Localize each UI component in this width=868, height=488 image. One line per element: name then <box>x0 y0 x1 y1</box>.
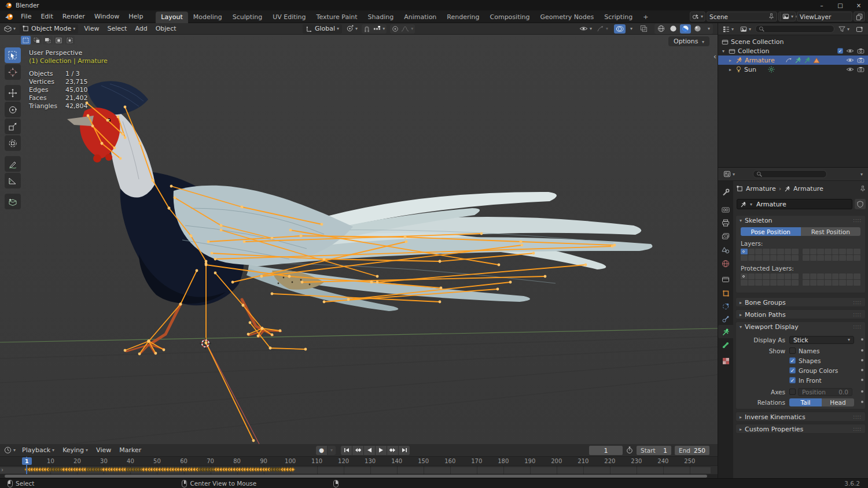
protected-layer-cell[interactable] <box>817 280 824 286</box>
shading-wireframe-button[interactable] <box>656 24 667 34</box>
jump-to-end-button[interactable] <box>399 446 410 455</box>
workspace-tab-compositing[interactable]: Compositing <box>485 12 535 23</box>
protected-layer-cell[interactable] <box>777 273 784 279</box>
protected-layer-cell[interactable] <box>755 280 762 286</box>
snap-magnet-icon[interactable] <box>363 25 370 32</box>
play-button[interactable] <box>376 446 387 455</box>
relations-tail-button[interactable]: Tail <box>789 398 822 406</box>
shading-rendered-button[interactable] <box>692 24 703 34</box>
gizmos-button[interactable]: ▾ <box>595 24 610 34</box>
ruler-label[interactable]: 210 <box>578 458 589 464</box>
breadcrumb-object[interactable]: Armature <box>746 185 776 193</box>
menu-edit[interactable]: Edit <box>36 10 57 23</box>
timeline-channels[interactable] <box>0 466 718 474</box>
mode-selector[interactable]: Object Mode ▾ <box>20 24 78 34</box>
scene-canvas[interactable] <box>0 35 718 444</box>
animate-dot[interactable] <box>861 390 863 393</box>
pin-icon[interactable] <box>768 13 774 20</box>
drag-grip-icon[interactable]: :::: <box>853 300 862 305</box>
motion-paths-section[interactable]: ▸Motion Paths:::: <box>735 309 866 319</box>
panel-divider[interactable] <box>718 23 718 478</box>
layers-layer-cell[interactable] <box>832 255 839 261</box>
layers-layer-cell[interactable] <box>810 249 817 254</box>
add-cube-tool[interactable] <box>5 194 21 209</box>
layers-layer-cell[interactable] <box>854 249 860 254</box>
protected-layer-cell[interactable] <box>825 273 832 279</box>
protected-layer-cell[interactable] <box>763 273 770 279</box>
workspace-tab-geometry-nodes[interactable]: Geometry Nodes <box>535 12 599 23</box>
menu-file[interactable]: File <box>16 10 36 23</box>
scene-type-button[interactable]: ▾ <box>690 12 705 21</box>
viewport-display-header[interactable]: ▾ Viewport Display :::: <box>736 322 865 332</box>
custom-properties-section[interactable]: ▸Custom Properties:::: <box>735 424 866 434</box>
fake-user-shield-button[interactable] <box>855 199 866 209</box>
layers-layer-cell[interactable] <box>847 255 854 261</box>
falloff-curve-icon[interactable] <box>401 25 409 32</box>
animate-dot[interactable] <box>861 338 863 341</box>
outliner-row-scene-collection[interactable]: Scene Collection <box>718 37 868 46</box>
protected-layer-cell[interactable] <box>832 273 839 279</box>
animate-dot[interactable] <box>861 379 863 381</box>
ruler-label[interactable]: 200 <box>551 458 562 464</box>
layers-layer-cell[interactable] <box>854 255 860 261</box>
properties-tab-armature-data[interactable] <box>718 325 733 338</box>
workspace-tab-sculpting[interactable]: Sculpting <box>227 12 267 23</box>
ruler-label[interactable]: 50 <box>153 458 161 464</box>
relations-head-button[interactable]: Head <box>822 398 854 406</box>
ruler-label[interactable]: 150 <box>418 458 429 464</box>
layers-layer-cell[interactable] <box>755 255 762 261</box>
scale-tool[interactable] <box>5 119 21 134</box>
ruler-label[interactable]: 70 <box>207 458 214 464</box>
layers-layer-cell[interactable] <box>741 249 748 254</box>
ruler-label[interactable]: 100 <box>285 458 296 464</box>
protected-layer-cell[interactable] <box>755 273 762 279</box>
annotate-tool[interactable] <box>5 156 21 172</box>
ruler-label[interactable]: 140 <box>391 458 402 464</box>
shading-solid-button[interactable] <box>668 24 679 34</box>
timeline-menu-view[interactable]: View <box>92 446 115 454</box>
eye-icon[interactable] <box>846 48 854 54</box>
overlays-button[interactable] <box>614 24 626 34</box>
properties-tab-render[interactable] <box>718 203 733 216</box>
proportional-editing-icon[interactable] <box>392 25 399 32</box>
viewport-menu-view[interactable]: View <box>80 25 103 32</box>
protected-layer-cell[interactable] <box>777 280 784 286</box>
jump-to-start-button[interactable] <box>341 446 352 455</box>
properties-search-input[interactable] <box>753 170 827 178</box>
ruler-label[interactable]: 170 <box>471 458 482 464</box>
viewlayer-type-button[interactable]: ▾ <box>780 12 796 21</box>
layers-layer-cell[interactable] <box>748 255 755 261</box>
protected-layer-cell[interactable] <box>741 280 748 286</box>
protected-layer-cell[interactable] <box>741 273 748 279</box>
ruler-label[interactable]: 230 <box>631 458 642 464</box>
outliner-search-input[interactable] <box>755 25 834 33</box>
viewport-3d[interactable]: User Perspective (1) Collection | Armatu… <box>0 35 718 444</box>
new-viewlayer-button[interactable] <box>854 12 865 21</box>
shapes-checkbox[interactable]: ✓ <box>789 357 796 364</box>
ruler-label[interactable]: 160 <box>444 458 455 464</box>
select-mode-invert-button[interactable] <box>54 36 64 45</box>
properties-tab-viewlayer[interactable] <box>718 230 733 243</box>
protected-layer-cell[interactable] <box>785 273 792 279</box>
workspace-tab-uv-editing[interactable]: UV Editing <box>267 12 311 23</box>
drag-grip-icon[interactable]: :::: <box>853 415 862 420</box>
viewport-menu-object[interactable]: Object <box>152 25 181 32</box>
show-gizmo-button[interactable]: ▾ <box>578 24 594 34</box>
layers-layer-cell[interactable] <box>803 255 810 261</box>
sidebar-toggle-arrow[interactable]: ‹ <box>713 52 716 61</box>
protected-layer-cell[interactable] <box>803 273 810 279</box>
eye-icon[interactable] <box>846 57 854 63</box>
blender-app-menu-icon[interactable] <box>5 13 14 21</box>
protected-layer-cell[interactable] <box>810 273 817 279</box>
properties-tab-object[interactable] <box>718 287 733 300</box>
animate-dot[interactable] <box>861 369 863 371</box>
axes-checkbox[interactable] <box>789 389 796 395</box>
ruler-label[interactable]: 240 <box>657 458 668 464</box>
protected-layer-cell[interactable] <box>763 280 770 286</box>
layers-layer-cell[interactable] <box>755 249 762 254</box>
drag-grip-icon[interactable]: :::: <box>853 218 862 223</box>
outliner-properties-divider[interactable] <box>718 167 868 168</box>
cursor-tool[interactable] <box>5 64 21 80</box>
animate-dot[interactable] <box>861 401 863 403</box>
drag-grip-icon[interactable]: :::: <box>853 312 862 317</box>
